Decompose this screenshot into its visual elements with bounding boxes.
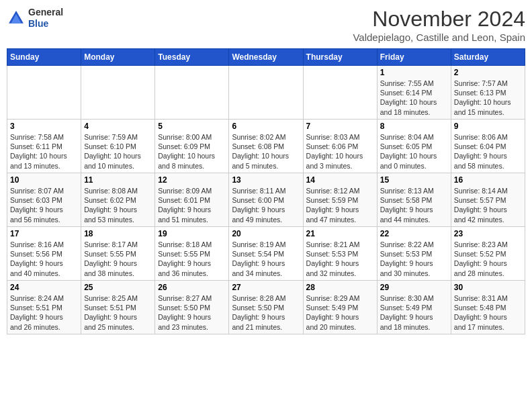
calendar-week-row: 24Sunrise: 8:24 AMSunset: 5:51 PMDayligh… (7, 281, 525, 334)
calendar-day-cell: 19Sunrise: 8:18 AMSunset: 5:55 PMDayligh… (155, 227, 229, 281)
logo: General Blue (7, 7, 63, 30)
logo-icon (7, 9, 26, 28)
day-number: 8 (380, 122, 448, 131)
day-info: Sunrise: 8:03 AMSunset: 6:06 PMDaylight:… (306, 132, 374, 171)
calendar-body: 1Sunrise: 7:55 AMSunset: 6:14 PMDaylight… (7, 66, 525, 334)
calendar-day-cell: 21Sunrise: 8:21 AMSunset: 5:53 PMDayligh… (303, 227, 377, 281)
day-number: 19 (158, 229, 226, 238)
calendar-day-cell: 2Sunrise: 7:57 AMSunset: 6:13 PMDaylight… (451, 66, 525, 120)
day-number: 1 (380, 68, 448, 77)
calendar-day-cell: 18Sunrise: 8:17 AMSunset: 5:55 PMDayligh… (81, 227, 155, 281)
calendar-day-cell: 7Sunrise: 8:03 AMSunset: 6:06 PMDaylight… (303, 120, 377, 173)
day-info: Sunrise: 8:06 AMSunset: 6:04 PMDaylight:… (454, 132, 522, 171)
calendar-day-cell: 8Sunrise: 8:04 AMSunset: 6:05 PMDaylight… (377, 120, 451, 173)
calendar-day-cell (303, 66, 377, 120)
day-number: 6 (232, 122, 300, 131)
day-number: 5 (158, 122, 226, 131)
calendar-day-cell: 30Sunrise: 8:31 AMSunset: 5:48 PMDayligh… (451, 281, 525, 334)
calendar-day-cell: 14Sunrise: 8:12 AMSunset: 5:59 PMDayligh… (303, 173, 377, 227)
day-number: 13 (232, 175, 300, 185)
day-info: Sunrise: 8:09 AMSunset: 6:01 PMDaylight:… (158, 186, 226, 224)
logo-text: General Blue (28, 7, 63, 30)
calendar-day-cell: 26Sunrise: 8:27 AMSunset: 5:50 PMDayligh… (155, 281, 229, 334)
day-info: Sunrise: 8:14 AMSunset: 5:57 PMDaylight:… (454, 186, 522, 224)
day-info: Sunrise: 7:55 AMSunset: 6:14 PMDaylight:… (380, 79, 448, 117)
day-number: 30 (454, 283, 522, 292)
day-info: Sunrise: 7:58 AMSunset: 6:11 PMDaylight:… (10, 132, 78, 171)
calendar-day-cell: 5Sunrise: 8:00 AMSunset: 6:09 PMDaylight… (155, 120, 229, 173)
day-number: 21 (306, 229, 374, 238)
day-number: 12 (158, 175, 226, 185)
day-info: Sunrise: 8:27 AMSunset: 5:50 PMDaylight:… (158, 293, 226, 332)
day-info: Sunrise: 8:23 AMSunset: 5:52 PMDaylight:… (454, 240, 522, 278)
day-number: 23 (454, 229, 522, 238)
day-info: Sunrise: 8:17 AMSunset: 5:55 PMDaylight:… (84, 240, 152, 278)
day-number: 28 (306, 283, 374, 292)
calendar-day-cell: 23Sunrise: 8:23 AMSunset: 5:52 PMDayligh… (451, 227, 525, 281)
day-number: 3 (10, 122, 78, 131)
day-info: Sunrise: 8:12 AMSunset: 5:59 PMDaylight:… (306, 186, 374, 224)
calendar-header: SundayMondayTuesdayWednesdayThursdayFrid… (7, 49, 525, 66)
day-number: 7 (306, 122, 374, 131)
calendar-day-cell: 20Sunrise: 8:19 AMSunset: 5:54 PMDayligh… (229, 227, 303, 281)
page-header: General Blue November 2024 Valdepielago,… (7, 7, 525, 43)
calendar-day-cell: 11Sunrise: 8:08 AMSunset: 6:02 PMDayligh… (81, 173, 155, 227)
calendar-table: SundayMondayTuesdayWednesdayThursdayFrid… (7, 48, 525, 334)
day-info: Sunrise: 8:11 AMSunset: 6:00 PMDaylight:… (232, 186, 300, 224)
day-of-week-header: Wednesday (229, 49, 303, 66)
calendar-day-cell: 17Sunrise: 8:16 AMSunset: 5:56 PMDayligh… (7, 227, 81, 281)
calendar-day-cell: 6Sunrise: 8:02 AMSunset: 6:08 PMDaylight… (229, 120, 303, 173)
calendar-day-cell: 9Sunrise: 8:06 AMSunset: 6:04 PMDaylight… (451, 120, 525, 173)
day-of-week-header: Friday (377, 49, 451, 66)
calendar-day-cell: 27Sunrise: 8:28 AMSunset: 5:50 PMDayligh… (229, 281, 303, 334)
day-info: Sunrise: 8:31 AMSunset: 5:48 PMDaylight:… (454, 293, 522, 332)
day-number: 16 (454, 175, 522, 185)
day-number: 2 (454, 68, 522, 77)
header-row: SundayMondayTuesdayWednesdayThursdayFrid… (7, 49, 525, 66)
day-info: Sunrise: 8:16 AMSunset: 5:56 PMDaylight:… (10, 240, 78, 278)
day-number: 25 (84, 283, 152, 292)
calendar-day-cell: 28Sunrise: 8:29 AMSunset: 5:49 PMDayligh… (303, 281, 377, 334)
day-number: 9 (454, 122, 522, 131)
calendar-day-cell (7, 66, 81, 120)
day-number: 10 (10, 175, 78, 185)
calendar-day-cell: 15Sunrise: 8:13 AMSunset: 5:58 PMDayligh… (377, 173, 451, 227)
day-number: 26 (158, 283, 226, 292)
day-number: 29 (380, 283, 448, 292)
calendar-day-cell: 10Sunrise: 8:07 AMSunset: 6:03 PMDayligh… (7, 173, 81, 227)
location: Valdepielago, Castille and Leon, Spain (353, 32, 525, 43)
day-info: Sunrise: 8:25 AMSunset: 5:51 PMDaylight:… (84, 293, 152, 332)
day-of-week-header: Monday (81, 49, 155, 66)
day-info: Sunrise: 8:24 AMSunset: 5:51 PMDaylight:… (10, 293, 78, 332)
calendar-day-cell: 25Sunrise: 8:25 AMSunset: 5:51 PMDayligh… (81, 281, 155, 334)
day-info: Sunrise: 8:02 AMSunset: 6:08 PMDaylight:… (232, 132, 300, 171)
day-of-week-header: Saturday (451, 49, 525, 66)
calendar-week-row: 17Sunrise: 8:16 AMSunset: 5:56 PMDayligh… (7, 227, 525, 281)
day-number: 11 (84, 175, 152, 185)
day-info: Sunrise: 8:00 AMSunset: 6:09 PMDaylight:… (158, 132, 226, 171)
day-info: Sunrise: 7:59 AMSunset: 6:10 PMDaylight:… (84, 132, 152, 171)
calendar-week-row: 3Sunrise: 7:58 AMSunset: 6:11 PMDaylight… (7, 120, 525, 173)
calendar-week-row: 10Sunrise: 8:07 AMSunset: 6:03 PMDayligh… (7, 173, 525, 227)
day-info: Sunrise: 8:30 AMSunset: 5:49 PMDaylight:… (380, 293, 448, 332)
day-info: Sunrise: 8:13 AMSunset: 5:58 PMDaylight:… (380, 186, 448, 224)
calendar-day-cell: 22Sunrise: 8:22 AMSunset: 5:53 PMDayligh… (377, 227, 451, 281)
day-of-week-header: Sunday (7, 49, 81, 66)
calendar-day-cell: 4Sunrise: 7:59 AMSunset: 6:10 PMDaylight… (81, 120, 155, 173)
day-info: Sunrise: 8:07 AMSunset: 6:03 PMDaylight:… (10, 186, 78, 224)
calendar-day-cell: 29Sunrise: 8:30 AMSunset: 5:49 PMDayligh… (377, 281, 451, 334)
day-info: Sunrise: 8:29 AMSunset: 5:49 PMDaylight:… (306, 293, 374, 332)
calendar-day-cell: 13Sunrise: 8:11 AMSunset: 6:00 PMDayligh… (229, 173, 303, 227)
day-number: 22 (380, 229, 448, 238)
day-number: 24 (10, 283, 78, 292)
calendar-day-cell: 1Sunrise: 7:55 AMSunset: 6:14 PMDaylight… (377, 66, 451, 120)
day-info: Sunrise: 8:28 AMSunset: 5:50 PMDaylight:… (232, 293, 300, 332)
day-of-week-header: Tuesday (155, 49, 229, 66)
month-title: November 2024 (353, 7, 525, 32)
calendar-week-row: 1Sunrise: 7:55 AMSunset: 6:14 PMDaylight… (7, 66, 525, 120)
calendar-day-cell (81, 66, 155, 120)
day-of-week-header: Thursday (303, 49, 377, 66)
day-info: Sunrise: 8:19 AMSunset: 5:54 PMDaylight:… (232, 240, 300, 278)
day-info: Sunrise: 7:57 AMSunset: 6:13 PMDaylight:… (454, 79, 522, 117)
day-info: Sunrise: 8:21 AMSunset: 5:53 PMDaylight:… (306, 240, 374, 278)
